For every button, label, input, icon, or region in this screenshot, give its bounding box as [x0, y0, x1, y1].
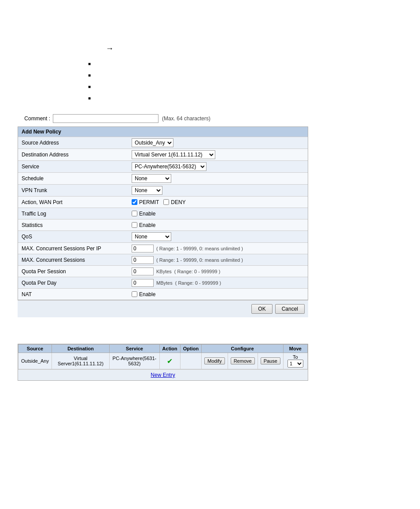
- service-row: Service PC-Anywhere(5631-5632): [18, 160, 308, 172]
- ok-button[interactable]: OK: [251, 304, 272, 314]
- row-move: To 1: [283, 353, 307, 369]
- permit-label[interactable]: PERMIT: [132, 199, 159, 205]
- comment-row: Comment : (Max. 64 characters): [18, 112, 402, 125]
- table-row: Outside_Any Virtual Server1(61.11.11.12)…: [18, 353, 308, 369]
- bullet-item-3: [88, 81, 402, 92]
- row-remove: Remove: [228, 353, 258, 369]
- deny-checkbox[interactable]: [163, 199, 169, 205]
- row-service: PC-Anywhere(5631-5632): [110, 353, 159, 369]
- nat-checkbox[interactable]: [132, 291, 137, 297]
- schedule-value: None: [128, 173, 308, 184]
- permit-deny-group: PERMIT DENY: [132, 199, 186, 205]
- nat-row: NAT Enable: [18, 288, 308, 300]
- col-configure: Configure: [202, 345, 284, 353]
- qos-value: None: [128, 231, 308, 242]
- modify-button[interactable]: Modify: [204, 357, 225, 364]
- max-sessions-input[interactable]: [132, 256, 154, 264]
- bullet-item-2: [88, 69, 402, 81]
- permit-checkbox[interactable]: [132, 199, 137, 205]
- source-address-select[interactable]: Outside_Any: [132, 138, 173, 147]
- col-move: Move: [283, 345, 307, 353]
- nat-checkbox-label[interactable]: Enable: [132, 291, 155, 297]
- destination-address-row: Destination Address Virtual Server 1(61.…: [18, 149, 308, 160]
- policy-form: Add New Policy Source Address Outside_An…: [18, 126, 308, 300]
- vpn-trunk-row: VPN Trunk None: [18, 184, 308, 196]
- action-wan-label: Action, WAN Port: [18, 198, 128, 207]
- col-option: Option: [180, 345, 201, 353]
- comment-input[interactable]: [53, 114, 158, 123]
- max-sessions-ip-value: ( Range: 1 - 99999, 0: means unlimited ): [128, 243, 308, 254]
- service-select[interactable]: PC-Anywhere(5631-5632): [132, 162, 206, 171]
- cancel-button[interactable]: Cancel: [275, 304, 305, 314]
- destination-address-select[interactable]: Virtual Server 1(61.11.11.12): [132, 150, 215, 159]
- vpn-trunk-value: None: [128, 185, 308, 196]
- remove-button[interactable]: Remove: [231, 357, 255, 364]
- top-section: →: [18, 9, 402, 104]
- col-destination: Destination: [52, 345, 109, 353]
- max-sessions-label: MAX. Concurrent Sessions: [18, 256, 128, 264]
- col-source: Source: [18, 345, 52, 353]
- source-address-label: Source Address: [18, 138, 128, 147]
- traffic-log-label: Traffic Log: [18, 209, 128, 218]
- deny-label[interactable]: DENY: [163, 199, 185, 205]
- quota-day-unit: MBytes: [156, 280, 173, 286]
- pause-button[interactable]: Pause: [261, 357, 280, 364]
- traffic-log-value: Enable: [128, 209, 308, 218]
- traffic-log-checkbox[interactable]: [132, 211, 137, 216]
- statistics-checkbox[interactable]: [132, 222, 137, 228]
- bullet-item-4: [88, 92, 402, 104]
- move-select[interactable]: 1: [287, 360, 303, 368]
- max-sessions-row: MAX. Concurrent Sessions ( Range: 1 - 99…: [18, 254, 308, 265]
- quota-day-hint: ( Range: 0 - 999999 ): [175, 280, 221, 286]
- statistics-checkbox-label[interactable]: Enable: [132, 222, 155, 228]
- new-entry-link[interactable]: New Entry: [151, 372, 175, 378]
- qos-row: QoS None: [18, 230, 308, 242]
- row-destination: Virtual Server1(61.11.11.12): [52, 353, 109, 369]
- row-action: ✔: [159, 353, 180, 369]
- traffic-log-checkbox-label[interactable]: Enable: [132, 211, 155, 217]
- action-wan-row: Action, WAN Port PERMIT DENY: [18, 196, 308, 208]
- destination-address-value: Virtual Server 1(61.11.11.12): [128, 149, 308, 160]
- comment-label: Comment :: [18, 115, 53, 122]
- form-action-row: OK Cancel: [18, 300, 308, 317]
- to-label: To: [293, 354, 298, 360]
- col-action: Action: [159, 345, 180, 353]
- quota-day-input[interactable]: [132, 279, 154, 287]
- page-wrapper: → Comment : (Max. 64 characters) Add New…: [0, 0, 420, 390]
- source-address-row: Source Address Outside_Any: [18, 137, 308, 149]
- nat-value: Enable: [128, 290, 308, 299]
- quota-session-input[interactable]: [132, 268, 154, 275]
- statistics-row: Statistics Enable: [18, 219, 308, 230]
- action-wan-value: PERMIT DENY: [128, 198, 308, 207]
- max-sessions-hint: ( Range: 1 - 99999, 0: means unlimited ): [156, 257, 243, 263]
- vpn-trunk-select[interactable]: None: [132, 186, 162, 195]
- max-sessions-value: ( Range: 1 - 99999, 0: means unlimited ): [128, 255, 308, 265]
- row-source: Outside_Any: [18, 353, 52, 369]
- row-pause: Pause: [258, 353, 283, 369]
- row-option: [180, 353, 201, 369]
- quota-session-value: KBytes ( Range: 0 - 999999 ): [128, 266, 308, 277]
- table-header-row: Source Destination Service Action Option…: [18, 345, 308, 353]
- quota-day-label: Quota Per Day: [18, 279, 128, 287]
- row-modify: Modify: [202, 353, 228, 369]
- bullet-item-1: [88, 58, 402, 69]
- quota-session-hint: ( Range: 0 - 999999 ): [174, 269, 221, 274]
- traffic-log-row: Traffic Log Enable: [18, 208, 308, 219]
- max-sessions-ip-input[interactable]: [132, 245, 154, 253]
- policy-table-wrapper: Source Destination Service Action Option…: [18, 344, 308, 381]
- bottom-section: Source Destination Service Action Option…: [18, 344, 402, 381]
- nat-label: NAT: [18, 290, 128, 299]
- qos-select[interactable]: None: [132, 232, 171, 241]
- schedule-select[interactable]: None: [132, 174, 171, 183]
- arrow-indicator: →: [18, 44, 402, 53]
- qos-label: QoS: [18, 232, 128, 241]
- source-address-value: Outside_Any: [128, 137, 308, 149]
- col-service: Service: [110, 345, 159, 353]
- vpn-trunk-label: VPN Trunk: [18, 186, 128, 195]
- quota-session-label: Quota Per Session: [18, 267, 128, 276]
- statistics-value: Enable: [128, 221, 308, 230]
- schedule-row: Schedule None: [18, 172, 308, 184]
- destination-address-label: Destination Address: [18, 150, 128, 159]
- max-sessions-ip-row: MAX. Concurrent Sessions Per IP ( Range:…: [18, 242, 308, 254]
- statistics-label: Statistics: [18, 221, 128, 230]
